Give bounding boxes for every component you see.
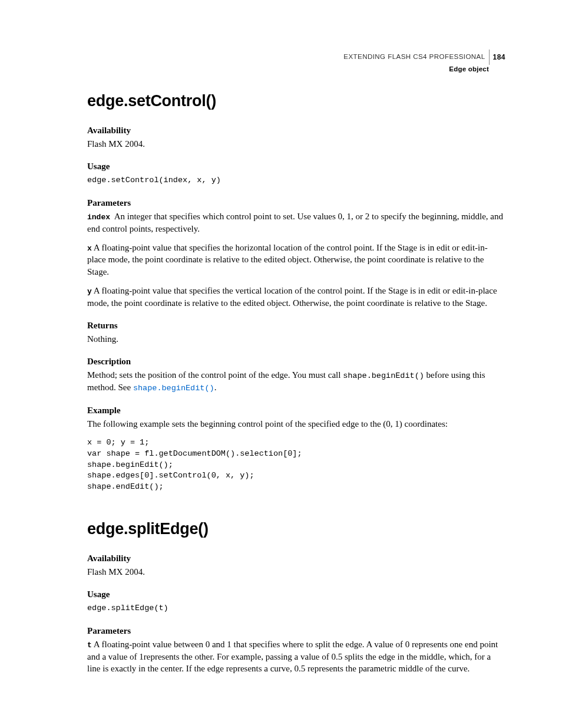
method-heading-splitedge: edge.splitEdge() — [87, 520, 505, 538]
param-index: index An integer that specifies which co… — [87, 210, 505, 235]
param-desc-x: A floating-point value that specifies th… — [87, 243, 488, 276]
usage-code-2: edge.splitEdge(t) — [87, 603, 505, 614]
returns-block: Returns Nothing. — [87, 321, 505, 345]
param-desc-t: A floating-point value between 0 and 1 t… — [87, 640, 498, 673]
returns-label: Returns — [87, 321, 505, 331]
parameters-label-2: Parameters — [87, 626, 505, 636]
doc-title: EXTENDING FLASH CS4 PROFESSIONAL — [343, 52, 485, 62]
example-block: Example The following example sets the b… — [87, 406, 505, 493]
usage-label: Usage — [87, 162, 505, 172]
example-label: Example — [87, 406, 505, 416]
param-t: t A floating-point value between 0 and 1… — [87, 638, 505, 674]
link-shape-beginedit[interactable]: shape.beginEdit() — [133, 384, 214, 393]
page: EXTENDING FLASH CS4 PROFESSIONAL 184 Edg… — [0, 0, 562, 728]
running-header: EXTENDING FLASH CS4 PROFESSIONAL 184 Edg… — [343, 50, 505, 74]
usage-block: Usage edge.setControl(index, x, y) — [87, 162, 505, 186]
param-name-y: y — [87, 287, 92, 296]
param-x: x A floating-point value that specifies … — [87, 242, 505, 278]
section-name: Edge object — [343, 65, 489, 74]
content: edge.setControl() Availability Flash MX … — [87, 92, 505, 674]
param-y: y A floating-point value that specifies … — [87, 285, 505, 309]
usage-code: edge.setControl(index, x, y) — [87, 175, 505, 186]
parameters-block-2: Parameters t A floating-point value betw… — [87, 626, 505, 674]
availability-label: Availability — [87, 126, 505, 136]
usage-label-2: Usage — [87, 589, 505, 599]
description-label: Description — [87, 357, 505, 367]
param-desc-index: An integer that specifies which control … — [87, 212, 503, 233]
usage-block-2: Usage edge.splitEdge(t) — [87, 589, 505, 614]
param-name-x: x — [87, 244, 92, 253]
desc-pre: Method; sets the position of the control… — [87, 370, 343, 380]
param-desc-y: A floating-point value that specifies th… — [87, 286, 497, 308]
parameters-label: Parameters — [87, 198, 505, 208]
desc-post: . — [214, 383, 217, 392]
availability-block-2: Availability Flash MX 2004. — [87, 554, 505, 578]
header-divider — [489, 50, 490, 65]
availability-block: Availability Flash MX 2004. — [87, 126, 505, 150]
parameters-block: Parameters index An integer that specifi… — [87, 198, 505, 309]
example-code: x = 0; y = 1; var shape = fl.getDocument… — [87, 437, 505, 493]
param-name-t: t — [87, 641, 92, 650]
param-name-index: index — [87, 213, 110, 222]
example-intro: The following example sets the beginning… — [87, 418, 505, 430]
method-heading-setcontrol: edge.setControl() — [87, 92, 505, 110]
availability-label-2: Availability — [87, 554, 505, 564]
description-text: Method; sets the position of the control… — [87, 369, 505, 394]
returns-text: Nothing. — [87, 333, 505, 345]
availability-text: Flash MX 2004. — [87, 138, 505, 150]
description-block: Description Method; sets the position of… — [87, 357, 505, 394]
page-number: 184 — [493, 52, 505, 62]
desc-code1: shape.beginEdit() — [343, 371, 424, 380]
availability-text-2: Flash MX 2004. — [87, 566, 505, 578]
